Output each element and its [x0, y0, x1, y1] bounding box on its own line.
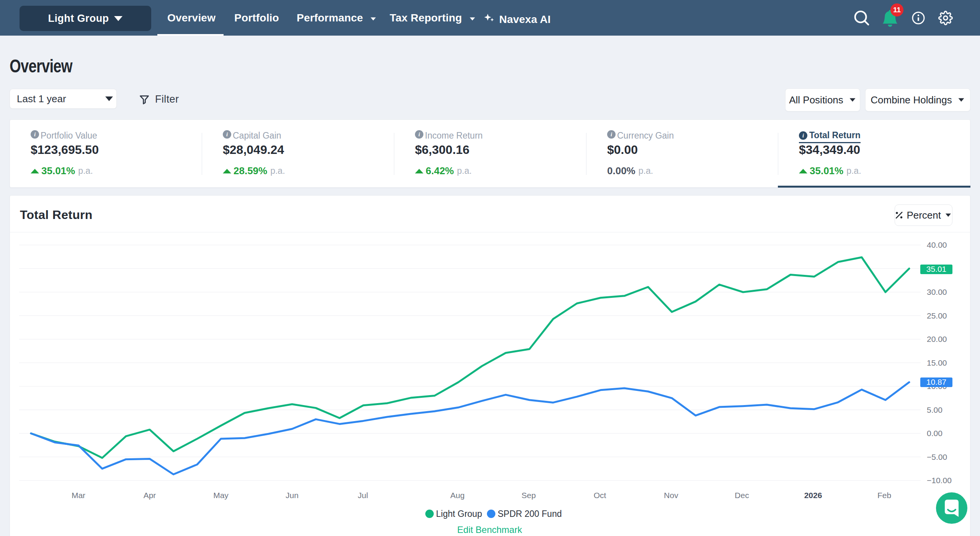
- svg-text:2026: 2026: [804, 491, 822, 500]
- svg-text:15.00: 15.00: [927, 358, 947, 367]
- svg-text:−10.00: −10.00: [927, 476, 952, 485]
- svg-text:Feb: Feb: [877, 491, 891, 500]
- svg-text:Nov: Nov: [664, 491, 678, 500]
- svg-text:25.00: 25.00: [927, 311, 947, 320]
- svg-text:5.00: 5.00: [927, 405, 942, 414]
- svg-text:Apr: Apr: [144, 491, 156, 500]
- svg-text:Light Group: Light Group: [436, 509, 482, 519]
- svg-text:30.00: 30.00: [927, 288, 947, 296]
- svg-text:20.00: 20.00: [927, 335, 947, 343]
- svg-text:Aug: Aug: [450, 491, 464, 500]
- svg-text:10.87: 10.87: [926, 377, 947, 386]
- svg-text:Oct: Oct: [594, 491, 606, 500]
- svg-text:−5.00: −5.00: [927, 453, 947, 461]
- svg-text:Edit Benchmark: Edit Benchmark: [457, 525, 522, 535]
- svg-text:Jun: Jun: [286, 491, 299, 500]
- svg-text:Dec: Dec: [735, 491, 749, 500]
- svg-text:SPDR 200 Fund: SPDR 200 Fund: [498, 509, 562, 519]
- svg-text:Mar: Mar: [72, 491, 85, 500]
- svg-text:Sep: Sep: [521, 491, 536, 500]
- svg-text:40.00: 40.00: [927, 240, 947, 249]
- svg-text:0.00: 0.00: [927, 429, 942, 438]
- svg-text:Jul: Jul: [358, 491, 368, 500]
- svg-text:May: May: [213, 491, 229, 500]
- svg-text:35.01: 35.01: [926, 265, 947, 273]
